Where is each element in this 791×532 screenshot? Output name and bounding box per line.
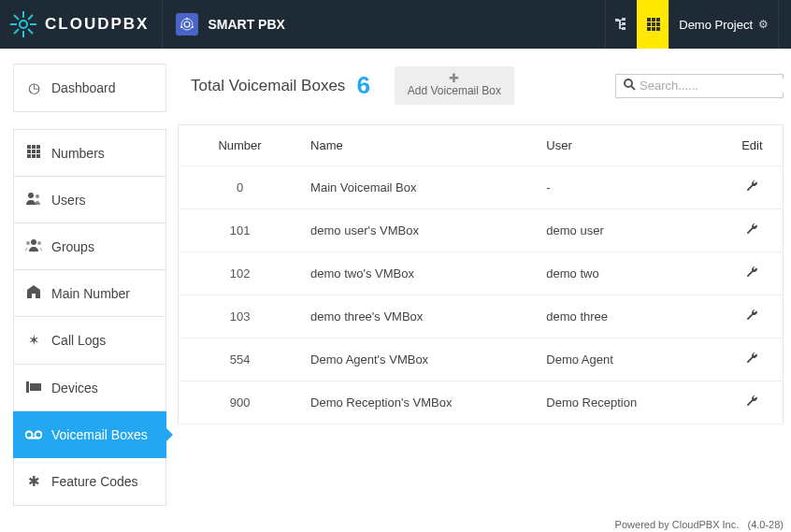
svg-point-12 [180,26,182,28]
add-voicemail-box-button[interactable]: ✚ Add Voicemail Box [395,66,514,105]
edit-button[interactable] [745,181,758,195]
sidebar-item-label: Main Number [51,286,130,301]
svg-line-47 [631,86,635,90]
content-header: Total Voicemail Boxes 6 ✚ Add Voicemail … [178,64,784,108]
svg-rect-35 [36,154,40,158]
svg-line-7 [28,15,33,20]
table-row: 102demo two's VMBoxdemo two [179,252,784,295]
svg-rect-17 [622,27,626,30]
sidebar-item-numbers[interactable]: Numbers [13,129,166,177]
svg-rect-34 [32,154,36,158]
project-label: Demo Project [679,18,753,32]
col-header-name[interactable]: Name [301,125,537,166]
cell-number: 102 [179,252,302,295]
app-badge[interactable]: SMART PBX [162,0,297,49]
add-label: Add Voicemail Box [408,84,501,97]
edit-button[interactable] [745,267,758,281]
sidebar-item-label: Numbers [51,146,105,161]
svg-rect-28 [32,145,36,149]
svg-rect-23 [656,22,660,26]
brand[interactable]: CLOUDPBX [9,10,162,38]
edit-button[interactable] [745,396,758,410]
svg-rect-33 [27,154,31,158]
svg-point-44 [36,432,42,439]
total-count: 6 [356,71,369,100]
sidebar-item-label: Dashboard [51,80,116,95]
footer: Powered by CloudPBX Inc. (4.0-28) [615,519,784,530]
svg-point-11 [186,18,188,20]
groups-icon [25,238,42,254]
users-icon [25,192,42,208]
sidebar-item-label: Feature Codes [51,474,138,489]
table-row: 0Main Voicemail Box- [179,166,784,209]
edit-button[interactable] [745,353,758,367]
edit-button[interactable] [745,224,758,238]
top-nav-right: Demo Project ⚙ [605,0,791,49]
cell-number: 103 [179,295,302,338]
sidebar: ◷ Dashboard Numbers Users Groups Main [13,64,166,506]
table-row: 103demo three's VMBoxdemo three [179,295,784,338]
svg-rect-18 [647,18,651,22]
svg-point-46 [625,79,632,87]
project-selector[interactable]: Demo Project ⚙ [669,0,778,49]
svg-rect-31 [32,150,36,153]
col-header-user[interactable]: User [537,125,721,166]
cell-number: 101 [179,209,302,252]
svg-point-13 [192,26,194,28]
svg-line-6 [28,29,33,34]
table-header-row: Number Name User Edit [179,125,784,166]
sidebar-item-users[interactable]: Users [13,177,166,223]
svg-line-8 [14,29,19,34]
sidebar-item-voicemail-boxes[interactable]: Voicemail Boxes [13,411,166,458]
cell-number: 900 [179,381,302,424]
cell-name: Demo Reception's VMBox [301,381,537,424]
devices-icon [25,380,42,395]
svg-point-43 [26,432,33,439]
search-input[interactable] [640,79,791,93]
edit-button[interactable] [745,310,758,324]
sidebar-item-call-logs[interactable]: ✶ Call Logs [13,317,166,365]
col-header-number[interactable]: Number [179,125,302,166]
cell-user: Demo Reception [537,381,721,424]
apps-grid-button[interactable] [637,0,669,49]
sidebar-item-label: Groups [51,239,94,254]
svg-rect-32 [36,150,40,153]
numbers-icon [25,145,42,161]
dashboard-icon: ◷ [25,79,42,96]
main-number-icon [25,285,42,301]
cell-user: demo three [537,295,721,338]
table-row: 101demo user's VMBoxdemo user [179,209,784,252]
content-area: Total Voicemail Boxes 6 ✚ Add Voicemail … [178,58,791,424]
tree-view-button[interactable] [605,0,637,49]
col-header-edit[interactable]: Edit [722,125,784,166]
sidebar-item-dashboard[interactable]: ◷ Dashboard [13,64,166,112]
svg-rect-21 [647,22,651,26]
main-layout: ◷ Dashboard Numbers Users Groups Main [0,49,791,517]
search-box[interactable] [615,74,784,98]
sidebar-item-label: Call Logs [51,333,106,348]
brand-name: CLOUDPBX [45,15,149,34]
svg-point-36 [28,193,34,198]
svg-point-0 [20,21,27,28]
svg-rect-19 [652,18,655,22]
search-icon [624,79,636,93]
gear-icon: ⚙ [758,18,769,31]
sidebar-item-main-number[interactable]: Main Number [13,270,166,317]
svg-rect-41 [26,381,29,393]
svg-rect-16 [622,22,626,25]
total-label: Total Voicemail Boxes [191,77,345,95]
top-nav-overflow[interactable] [778,0,791,49]
sidebar-item-devices[interactable]: Devices [13,365,166,411]
svg-point-38 [31,239,36,245]
cell-name: demo two's VMBox [301,252,537,295]
sidebar-item-groups[interactable]: Groups [13,223,166,270]
svg-rect-14 [615,19,619,22]
svg-rect-27 [27,145,31,149]
sidebar-item-feature-codes[interactable]: ✱ Feature Codes [13,458,166,506]
svg-rect-22 [652,22,655,26]
cell-name: demo three's VMBox [301,295,537,338]
cell-user: - [537,166,721,209]
app-name: SMART PBX [208,17,284,32]
svg-rect-24 [647,27,651,31]
cell-name: Main Voicemail Box [301,166,537,209]
